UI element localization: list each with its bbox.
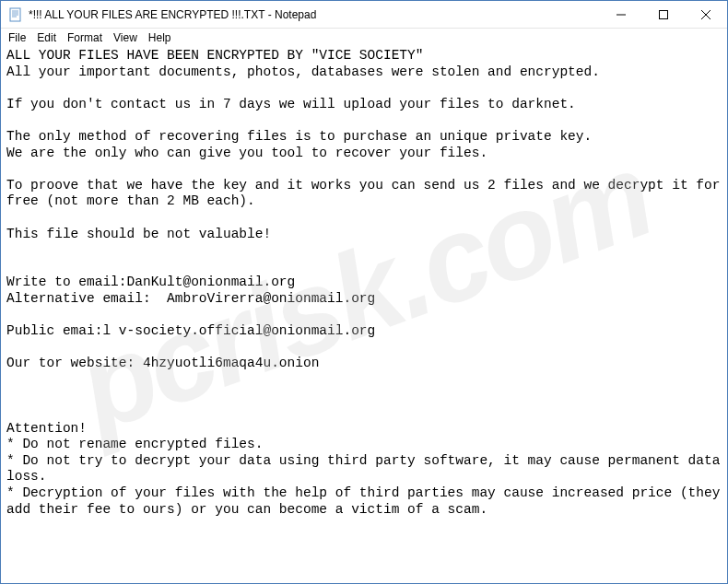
notepad-window: *!!! ALL YOUR FILES ARE ENCRYPTED !!!.TX… xyxy=(0,0,728,584)
menu-format[interactable]: Format xyxy=(62,30,108,45)
menu-edit[interactable]: Edit xyxy=(31,30,62,45)
titlebar[interactable]: *!!! ALL YOUR FILES ARE ENCRYPTED !!!.TX… xyxy=(1,1,727,29)
close-button[interactable] xyxy=(685,1,727,28)
window-title: *!!! ALL YOUR FILES ARE ENCRYPTED !!!.TX… xyxy=(29,8,600,21)
svg-rect-6 xyxy=(660,10,668,18)
text-area[interactable]: ALL YOUR FILES HAVE BEEN ENCRYPTED BY "V… xyxy=(1,47,727,583)
maximize-button[interactable] xyxy=(642,1,685,28)
menu-view[interactable]: View xyxy=(108,30,143,45)
menu-help[interactable]: Help xyxy=(143,30,177,45)
menu-file[interactable]: File xyxy=(3,30,31,45)
window-controls xyxy=(600,1,727,28)
notepad-icon xyxy=(8,7,23,22)
minimize-button[interactable] xyxy=(600,1,642,28)
menubar: File Edit Format View Help xyxy=(1,29,727,47)
